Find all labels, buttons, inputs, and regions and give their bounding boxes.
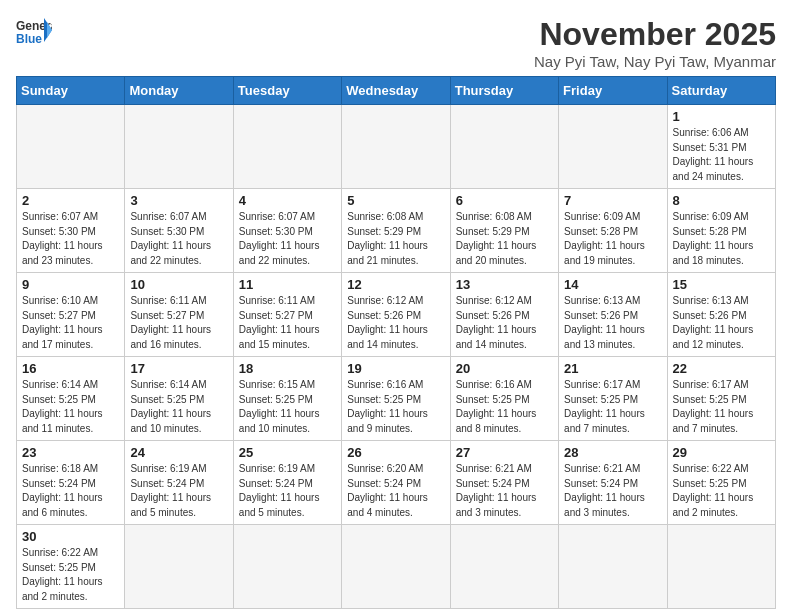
calendar-cell-5-5: 27Sunrise: 6:21 AM Sunset: 5:24 PM Dayli…: [450, 441, 558, 525]
calendar-cell-6-7: [667, 525, 775, 609]
calendar-cell-5-6: 28Sunrise: 6:21 AM Sunset: 5:24 PM Dayli…: [559, 441, 667, 525]
day-info: Sunrise: 6:16 AM Sunset: 5:25 PM Dayligh…: [347, 378, 444, 436]
day-info: Sunrise: 6:19 AM Sunset: 5:24 PM Dayligh…: [130, 462, 227, 520]
calendar-cell-5-2: 24Sunrise: 6:19 AM Sunset: 5:24 PM Dayli…: [125, 441, 233, 525]
day-number: 27: [456, 445, 553, 460]
calendar-week-row-6: 30Sunrise: 6:22 AM Sunset: 5:25 PM Dayli…: [17, 525, 776, 609]
calendar-cell-2-3: 4Sunrise: 6:07 AM Sunset: 5:30 PM Daylig…: [233, 189, 341, 273]
title-section: November 2025 Nay Pyi Taw, Nay Pyi Taw, …: [534, 16, 776, 70]
calendar-cell-4-5: 20Sunrise: 6:16 AM Sunset: 5:25 PM Dayli…: [450, 357, 558, 441]
location-title: Nay Pyi Taw, Nay Pyi Taw, Myanmar: [534, 53, 776, 70]
calendar-week-row-2: 2Sunrise: 6:07 AM Sunset: 5:30 PM Daylig…: [17, 189, 776, 273]
day-number: 23: [22, 445, 119, 460]
day-info: Sunrise: 6:11 AM Sunset: 5:27 PM Dayligh…: [239, 294, 336, 352]
day-info: Sunrise: 6:07 AM Sunset: 5:30 PM Dayligh…: [22, 210, 119, 268]
day-number: 1: [673, 109, 770, 124]
calendar-cell-4-7: 22Sunrise: 6:17 AM Sunset: 5:25 PM Dayli…: [667, 357, 775, 441]
day-number: 6: [456, 193, 553, 208]
day-number: 19: [347, 361, 444, 376]
day-number: 13: [456, 277, 553, 292]
day-info: Sunrise: 6:14 AM Sunset: 5:25 PM Dayligh…: [130, 378, 227, 436]
calendar-cell-3-5: 13Sunrise: 6:12 AM Sunset: 5:26 PM Dayli…: [450, 273, 558, 357]
logo-icon: General Blue: [16, 16, 52, 46]
day-number: 28: [564, 445, 661, 460]
calendar-cell-2-5: 6Sunrise: 6:08 AM Sunset: 5:29 PM Daylig…: [450, 189, 558, 273]
calendar-cell-3-6: 14Sunrise: 6:13 AM Sunset: 5:26 PM Dayli…: [559, 273, 667, 357]
day-number: 11: [239, 277, 336, 292]
calendar-cell-6-2: [125, 525, 233, 609]
day-info: Sunrise: 6:13 AM Sunset: 5:26 PM Dayligh…: [673, 294, 770, 352]
day-number: 21: [564, 361, 661, 376]
day-number: 26: [347, 445, 444, 460]
day-info: Sunrise: 6:17 AM Sunset: 5:25 PM Dayligh…: [673, 378, 770, 436]
day-number: 14: [564, 277, 661, 292]
day-number: 17: [130, 361, 227, 376]
calendar-cell-3-1: 9Sunrise: 6:10 AM Sunset: 5:27 PM Daylig…: [17, 273, 125, 357]
day-number: 4: [239, 193, 336, 208]
day-number: 8: [673, 193, 770, 208]
day-info: Sunrise: 6:08 AM Sunset: 5:29 PM Dayligh…: [347, 210, 444, 268]
day-number: 20: [456, 361, 553, 376]
day-number: 22: [673, 361, 770, 376]
calendar-cell-2-4: 5Sunrise: 6:08 AM Sunset: 5:29 PM Daylig…: [342, 189, 450, 273]
calendar-cell-1-6: [559, 105, 667, 189]
day-info: Sunrise: 6:14 AM Sunset: 5:25 PM Dayligh…: [22, 378, 119, 436]
calendar-cell-5-4: 26Sunrise: 6:20 AM Sunset: 5:24 PM Dayli…: [342, 441, 450, 525]
day-info: Sunrise: 6:17 AM Sunset: 5:25 PM Dayligh…: [564, 378, 661, 436]
day-info: Sunrise: 6:09 AM Sunset: 5:28 PM Dayligh…: [673, 210, 770, 268]
day-info: Sunrise: 6:15 AM Sunset: 5:25 PM Dayligh…: [239, 378, 336, 436]
calendar-cell-2-1: 2Sunrise: 6:07 AM Sunset: 5:30 PM Daylig…: [17, 189, 125, 273]
calendar-cell-4-4: 19Sunrise: 6:16 AM Sunset: 5:25 PM Dayli…: [342, 357, 450, 441]
day-info: Sunrise: 6:07 AM Sunset: 5:30 PM Dayligh…: [239, 210, 336, 268]
day-info: Sunrise: 6:22 AM Sunset: 5:25 PM Dayligh…: [22, 546, 119, 604]
calendar-week-row-4: 16Sunrise: 6:14 AM Sunset: 5:25 PM Dayli…: [17, 357, 776, 441]
calendar-cell-4-2: 17Sunrise: 6:14 AM Sunset: 5:25 PM Dayli…: [125, 357, 233, 441]
calendar-cell-6-1: 30Sunrise: 6:22 AM Sunset: 5:25 PM Dayli…: [17, 525, 125, 609]
day-number: 30: [22, 529, 119, 544]
day-number: 10: [130, 277, 227, 292]
day-number: 29: [673, 445, 770, 460]
calendar-cell-1-5: [450, 105, 558, 189]
calendar-table: SundayMondayTuesdayWednesdayThursdayFrid…: [16, 76, 776, 609]
day-number: 7: [564, 193, 661, 208]
day-number: 15: [673, 277, 770, 292]
page-header: General Blue November 2025 Nay Pyi Taw, …: [16, 16, 776, 70]
calendar-cell-6-5: [450, 525, 558, 609]
calendar-weekday-monday: Monday: [125, 77, 233, 105]
day-info: Sunrise: 6:09 AM Sunset: 5:28 PM Dayligh…: [564, 210, 661, 268]
day-info: Sunrise: 6:13 AM Sunset: 5:26 PM Dayligh…: [564, 294, 661, 352]
calendar-cell-3-4: 12Sunrise: 6:12 AM Sunset: 5:26 PM Dayli…: [342, 273, 450, 357]
calendar-weekday-tuesday: Tuesday: [233, 77, 341, 105]
day-number: 18: [239, 361, 336, 376]
day-info: Sunrise: 6:20 AM Sunset: 5:24 PM Dayligh…: [347, 462, 444, 520]
calendar-cell-5-3: 25Sunrise: 6:19 AM Sunset: 5:24 PM Dayli…: [233, 441, 341, 525]
month-title: November 2025: [534, 16, 776, 53]
calendar-cell-2-2: 3Sunrise: 6:07 AM Sunset: 5:30 PM Daylig…: [125, 189, 233, 273]
day-info: Sunrise: 6:22 AM Sunset: 5:25 PM Dayligh…: [673, 462, 770, 520]
day-info: Sunrise: 6:06 AM Sunset: 5:31 PM Dayligh…: [673, 126, 770, 184]
day-info: Sunrise: 6:12 AM Sunset: 5:26 PM Dayligh…: [347, 294, 444, 352]
calendar-week-row-5: 23Sunrise: 6:18 AM Sunset: 5:24 PM Dayli…: [17, 441, 776, 525]
calendar-weekday-saturday: Saturday: [667, 77, 775, 105]
calendar-weekday-thursday: Thursday: [450, 77, 558, 105]
calendar-cell-2-6: 7Sunrise: 6:09 AM Sunset: 5:28 PM Daylig…: [559, 189, 667, 273]
calendar-header-row: SundayMondayTuesdayWednesdayThursdayFrid…: [17, 77, 776, 105]
calendar-cell-2-7: 8Sunrise: 6:09 AM Sunset: 5:28 PM Daylig…: [667, 189, 775, 273]
calendar-week-row-3: 9Sunrise: 6:10 AM Sunset: 5:27 PM Daylig…: [17, 273, 776, 357]
day-info: Sunrise: 6:21 AM Sunset: 5:24 PM Dayligh…: [456, 462, 553, 520]
calendar-cell-6-3: [233, 525, 341, 609]
day-info: Sunrise: 6:21 AM Sunset: 5:24 PM Dayligh…: [564, 462, 661, 520]
calendar-cell-4-1: 16Sunrise: 6:14 AM Sunset: 5:25 PM Dayli…: [17, 357, 125, 441]
calendar-cell-3-2: 10Sunrise: 6:11 AM Sunset: 5:27 PM Dayli…: [125, 273, 233, 357]
calendar-cell-1-1: [17, 105, 125, 189]
calendar-cell-3-3: 11Sunrise: 6:11 AM Sunset: 5:27 PM Dayli…: [233, 273, 341, 357]
day-info: Sunrise: 6:16 AM Sunset: 5:25 PM Dayligh…: [456, 378, 553, 436]
calendar-cell-4-6: 21Sunrise: 6:17 AM Sunset: 5:25 PM Dayli…: [559, 357, 667, 441]
day-number: 2: [22, 193, 119, 208]
calendar-week-row-1: 1Sunrise: 6:06 AM Sunset: 5:31 PM Daylig…: [17, 105, 776, 189]
calendar-cell-6-4: [342, 525, 450, 609]
day-info: Sunrise: 6:08 AM Sunset: 5:29 PM Dayligh…: [456, 210, 553, 268]
day-info: Sunrise: 6:19 AM Sunset: 5:24 PM Dayligh…: [239, 462, 336, 520]
calendar-cell-1-7: 1Sunrise: 6:06 AM Sunset: 5:31 PM Daylig…: [667, 105, 775, 189]
calendar-weekday-sunday: Sunday: [17, 77, 125, 105]
